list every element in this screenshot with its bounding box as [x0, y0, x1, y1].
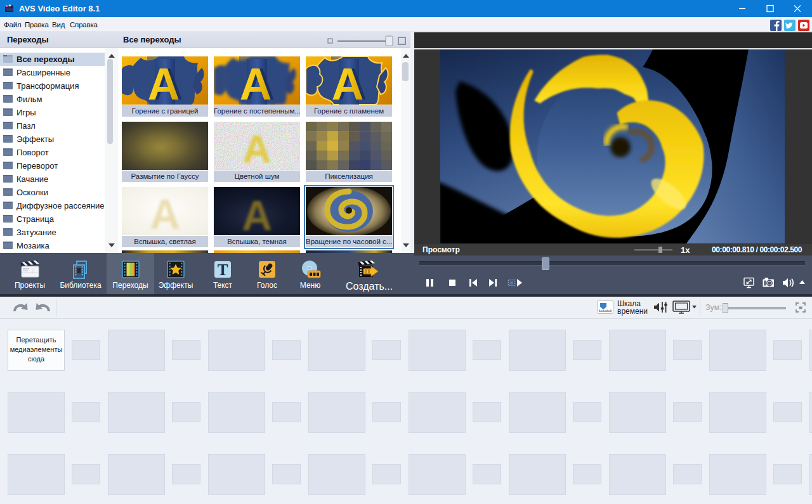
- svg-text:A: A: [332, 60, 364, 105]
- svg-text:A: A: [148, 60, 180, 105]
- svg-text:A: A: [242, 192, 272, 235]
- svg-text:A: A: [243, 127, 272, 170]
- svg-text:T: T: [218, 261, 228, 278]
- svg-text:A: A: [240, 60, 272, 105]
- svg-text:A: A: [150, 191, 180, 235]
